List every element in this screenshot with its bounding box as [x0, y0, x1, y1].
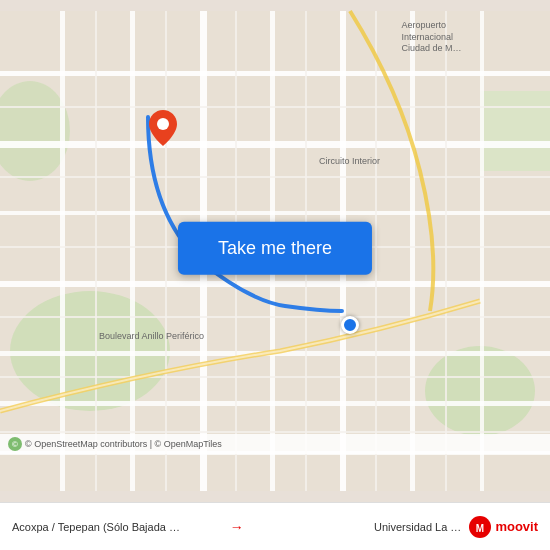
svg-rect-20: [0, 176, 550, 178]
moovit-icon: M: [469, 516, 491, 538]
svg-rect-23: [0, 376, 550, 378]
attribution-text: © OpenStreetMap contributors | © OpenMap…: [25, 439, 222, 449]
map-container[interactable]: Circuito Interior Boulevard Anillo Perif…: [0, 0, 550, 502]
svg-rect-17: [410, 11, 415, 491]
svg-rect-13: [130, 11, 135, 491]
app: Circuito Interior Boulevard Anillo Perif…: [0, 0, 550, 550]
svg-rect-25: [95, 11, 97, 491]
svg-rect-22: [0, 316, 550, 318]
svg-rect-26: [165, 11, 167, 491]
moovit-logo: M moovit: [469, 516, 538, 538]
to-station: Universidad La …: [252, 521, 462, 533]
map-attribution: © © OpenStreetMap contributors | © OpenM…: [0, 434, 550, 454]
direction-arrow-icon: →: [230, 519, 244, 535]
bottom-bar: Acoxpa / Tepepan (Sólo Bajada … → Univer…: [0, 502, 550, 550]
svg-point-31: [157, 118, 169, 130]
svg-rect-30: [445, 11, 447, 491]
moovit-text: moovit: [495, 519, 538, 534]
svg-rect-29: [375, 11, 377, 491]
take-me-there-button[interactable]: Take me there: [178, 222, 372, 275]
origin-pin: [149, 110, 177, 146]
svg-rect-18: [480, 11, 484, 491]
osm-logo: ©: [8, 437, 22, 451]
svg-rect-4: [480, 91, 550, 171]
svg-text:M: M: [476, 523, 484, 534]
svg-rect-24: [0, 431, 550, 433]
svg-rect-12: [60, 11, 65, 491]
svg-rect-19: [0, 106, 550, 108]
from-station: Acoxpa / Tepepan (Sólo Bajada …: [12, 521, 222, 533]
